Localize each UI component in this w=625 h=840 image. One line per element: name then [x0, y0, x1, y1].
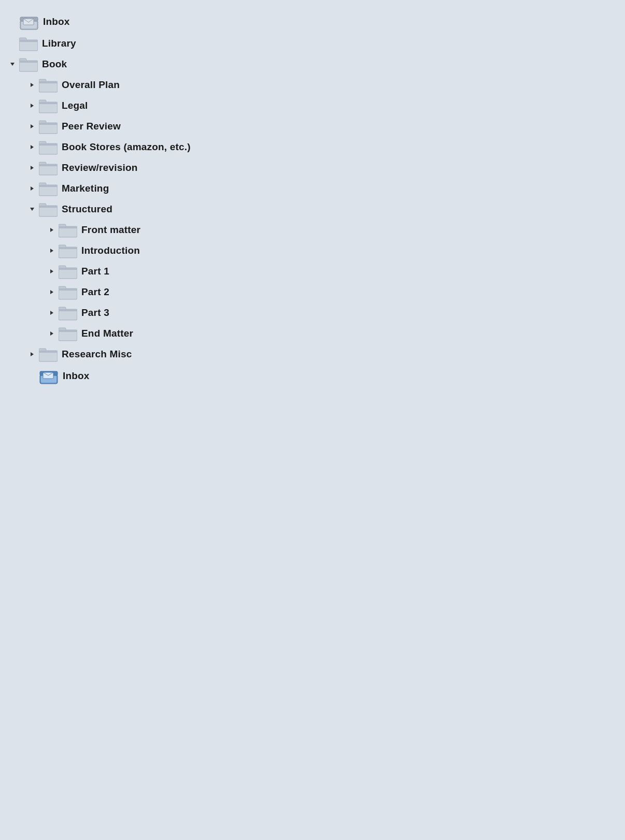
svg-rect-53 — [59, 228, 77, 237]
disclosure-collapsed[interactable] — [27, 142, 37, 152]
folder-icon — [59, 222, 77, 238]
tree-item-label-marketing: Marketing — [62, 183, 109, 194]
svg-rect-54 — [59, 226, 77, 228]
disclosure-collapsed[interactable] — [47, 308, 56, 317]
disclosure-collapsed[interactable] — [27, 163, 37, 172]
tree-item-label-overall-plan: Overall Plan — [62, 79, 120, 91]
svg-rect-23 — [39, 104, 57, 112]
svg-marker-10 — [10, 63, 15, 66]
svg-rect-29 — [39, 123, 58, 125]
tree-item-book-stores[interactable]: Book Stores (amazon, etc.) — [27, 137, 617, 157]
svg-marker-75 — [50, 331, 53, 336]
tree-item-marketing[interactable]: Marketing — [27, 178, 617, 199]
tree-item-label-part-1: Part 1 — [81, 266, 109, 277]
disclosure-collapsed[interactable] — [27, 184, 37, 193]
svg-rect-8 — [20, 41, 37, 50]
tree-item-part-2[interactable]: Part 2 — [47, 282, 617, 302]
svg-rect-44 — [39, 185, 58, 187]
svg-marker-30 — [31, 145, 34, 149]
tree-item-inbox-top[interactable]: Inbox — [8, 10, 617, 33]
disclosure-collapsed[interactable] — [27, 80, 37, 90]
tree-item-label-part-2: Part 2 — [81, 286, 109, 298]
disclosure-collapsed[interactable] — [47, 329, 56, 338]
svg-rect-59 — [59, 247, 77, 249]
tree-item-end-matter[interactable]: End Matter — [47, 323, 617, 344]
tree-item-library[interactable]: Library — [8, 33, 617, 54]
folder-icon — [19, 56, 38, 72]
disclosure-collapsed[interactable] — [47, 225, 56, 235]
tree-item-introduction[interactable]: Introduction — [47, 240, 617, 261]
svg-rect-33 — [39, 145, 57, 154]
folder-icon — [39, 160, 58, 176]
tree-item-overall-plan[interactable]: Overall Plan — [27, 75, 617, 95]
tree-item-label-structured: Structured — [62, 204, 112, 215]
folder-icon — [59, 326, 77, 341]
tree-item-peer-review[interactable]: Peer Review — [27, 116, 617, 137]
svg-marker-40 — [31, 186, 34, 191]
disclosure-collapsed[interactable] — [27, 122, 37, 131]
inbox-icon — [19, 13, 39, 31]
tree-item-label-introduction: Introduction — [81, 245, 140, 256]
svg-marker-70 — [50, 311, 53, 315]
disclosure-expanded[interactable] — [8, 60, 17, 69]
tree-item-label-review-revision: Review/revision — [62, 162, 137, 173]
tree-item-front-matter[interactable]: Front matter — [47, 220, 617, 240]
svg-marker-50 — [50, 228, 53, 232]
disclosure-collapsed[interactable] — [47, 267, 56, 276]
disclosure-collapsed[interactable] — [47, 246, 56, 255]
tree-item-label-book-stores: Book Stores (amazon, etc.) — [62, 141, 191, 153]
svg-rect-73 — [59, 311, 77, 320]
tree-item-book[interactable]: Book — [8, 54, 617, 75]
svg-marker-45 — [30, 208, 34, 211]
folder-icon — [39, 77, 58, 93]
svg-marker-55 — [50, 249, 53, 253]
folder-icon — [39, 181, 58, 196]
svg-rect-69 — [59, 288, 77, 291]
tree-item-label-peer-review: Peer Review — [62, 121, 121, 132]
svg-rect-84 — [39, 351, 58, 353]
folder-icon — [39, 139, 58, 155]
tree-item-structured[interactable]: Structured — [27, 199, 617, 220]
tree-item-part-3[interactable]: Part 3 — [47, 302, 617, 323]
tree-item-research-misc[interactable]: Research Misc — [27, 344, 617, 365]
svg-rect-68 — [59, 290, 77, 299]
tree-item-part-1[interactable]: Part 1 — [47, 261, 617, 282]
svg-marker-80 — [31, 352, 34, 356]
svg-rect-74 — [59, 309, 77, 311]
tree-item-label-inbox-top: Inbox — [43, 16, 70, 27]
svg-rect-58 — [59, 249, 77, 257]
svg-rect-38 — [39, 166, 57, 175]
svg-rect-13 — [20, 62, 37, 71]
svg-rect-18 — [39, 83, 57, 92]
tree-item-legal[interactable]: Legal — [27, 95, 617, 116]
tree-item-inbox-bottom[interactable]: Inbox — [27, 365, 617, 387]
folder-icon — [59, 284, 77, 300]
disclosure-collapsed[interactable] — [27, 350, 37, 359]
disclosure-collapsed[interactable] — [47, 287, 56, 297]
svg-rect-49 — [39, 206, 58, 208]
tree-item-label-book: Book — [42, 59, 67, 70]
svg-marker-20 — [31, 104, 34, 108]
disclosure-collapsed[interactable] — [27, 101, 37, 110]
folder-icon — [19, 36, 38, 51]
svg-rect-79 — [59, 330, 77, 332]
tree-item-review-revision[interactable]: Review/revision — [27, 157, 617, 178]
tree-item-label-part-3: Part 3 — [81, 307, 109, 318]
svg-marker-35 — [31, 166, 34, 170]
inbox-blue-icon — [39, 367, 59, 385]
svg-rect-19 — [39, 81, 58, 83]
disclosure-expanded[interactable] — [27, 205, 37, 214]
tree-item-label-front-matter: Front matter — [81, 224, 140, 236]
tree-container: Inbox Library Book — [0, 5, 625, 393]
svg-marker-60 — [50, 269, 53, 273]
tree-item-label-legal: Legal — [62, 100, 88, 111]
tree-item-label-research-misc: Research Misc — [62, 349, 132, 360]
svg-rect-34 — [39, 143, 58, 146]
folder-icon — [59, 305, 77, 321]
tree-item-label-inbox-bottom: Inbox — [63, 370, 90, 382]
folder-icon — [39, 98, 58, 113]
svg-rect-28 — [39, 124, 57, 133]
folder-icon — [59, 264, 77, 279]
folder-icon — [39, 346, 58, 362]
svg-marker-15 — [31, 83, 34, 87]
